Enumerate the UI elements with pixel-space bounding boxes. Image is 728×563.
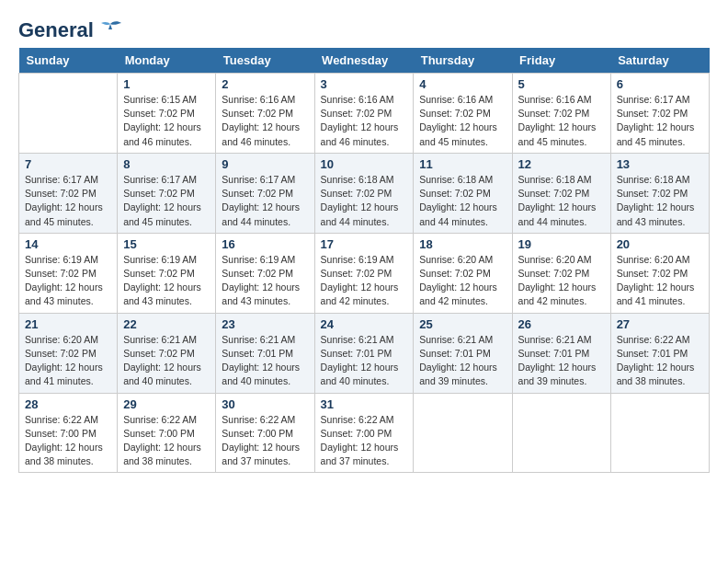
day-info: Sunrise: 6:19 AM Sunset: 7:02 PM Dayligh… [25,253,111,309]
calendar-cell: 9Sunrise: 6:17 AM Sunset: 7:02 PM Daylig… [216,153,314,233]
day-info: Sunrise: 6:22 AM Sunset: 7:00 PM Dayligh… [222,413,308,469]
day-number: 29 [123,397,210,411]
day-info: Sunrise: 6:16 AM Sunset: 7:02 PM Dayligh… [518,93,605,149]
day-number: 10 [321,157,408,171]
calendar-cell: 30Sunrise: 6:22 AM Sunset: 7:00 PM Dayli… [216,393,314,473]
day-number: 17 [321,237,408,251]
calendar-cell: 2Sunrise: 6:16 AM Sunset: 7:02 PM Daylig… [216,74,314,154]
day-number: 23 [222,317,308,331]
day-info: Sunrise: 6:16 AM Sunset: 7:02 PM Dayligh… [321,93,408,149]
day-number: 20 [617,237,703,251]
calendar-cell: 20Sunrise: 6:20 AM Sunset: 7:02 PM Dayli… [610,233,709,313]
calendar-cell [512,393,610,473]
week-row-2: 7Sunrise: 6:17 AM Sunset: 7:02 PM Daylig… [19,153,710,233]
weekday-header-saturday: Saturday [610,48,709,74]
calendar-cell: 19Sunrise: 6:20 AM Sunset: 7:02 PM Dayli… [512,233,610,313]
day-info: Sunrise: 6:18 AM Sunset: 7:02 PM Dayligh… [419,173,506,229]
logo-bird-icon [97,20,123,40]
calendar-cell: 25Sunrise: 6:21 AM Sunset: 7:01 PM Dayli… [414,313,512,393]
calendar-cell: 23Sunrise: 6:21 AM Sunset: 7:01 PM Dayli… [216,313,314,393]
day-info: Sunrise: 6:19 AM Sunset: 7:02 PM Dayligh… [321,253,408,309]
day-number: 5 [518,77,605,91]
calendar-cell: 22Sunrise: 6:21 AM Sunset: 7:02 PM Dayli… [118,313,216,393]
day-number: 4 [419,77,506,91]
calendar-cell: 11Sunrise: 6:18 AM Sunset: 7:02 PM Dayli… [414,153,512,233]
day-info: Sunrise: 6:21 AM Sunset: 7:01 PM Dayligh… [419,333,506,389]
day-info: Sunrise: 6:20 AM Sunset: 7:02 PM Dayligh… [25,333,111,389]
day-info: Sunrise: 6:22 AM Sunset: 7:01 PM Dayligh… [617,333,703,389]
calendar-cell: 15Sunrise: 6:19 AM Sunset: 7:02 PM Dayli… [118,233,216,313]
week-row-4: 21Sunrise: 6:20 AM Sunset: 7:02 PM Dayli… [19,313,710,393]
day-number: 12 [518,157,605,171]
weekday-header-wednesday: Wednesday [314,48,414,74]
day-number: 25 [419,317,506,331]
day-number: 9 [222,157,308,171]
day-number: 27 [617,317,703,331]
day-info: Sunrise: 6:18 AM Sunset: 7:02 PM Dayligh… [518,173,605,229]
weekday-header-monday: Monday [118,48,216,74]
day-info: Sunrise: 6:17 AM Sunset: 7:02 PM Dayligh… [617,93,703,149]
weekday-header-tuesday: Tuesday [216,48,314,74]
calendar-cell: 27Sunrise: 6:22 AM Sunset: 7:01 PM Dayli… [610,313,709,393]
week-row-3: 14Sunrise: 6:19 AM Sunset: 7:02 PM Dayli… [19,233,710,313]
weekday-header-row: SundayMondayTuesdayWednesdayThursdayFrid… [19,48,710,74]
calendar-cell [610,393,709,473]
day-info: Sunrise: 6:19 AM Sunset: 7:02 PM Dayligh… [222,253,308,309]
day-info: Sunrise: 6:22 AM Sunset: 7:00 PM Dayligh… [123,413,210,469]
day-info: Sunrise: 6:21 AM Sunset: 7:01 PM Dayligh… [518,333,605,389]
week-row-1: 1Sunrise: 6:15 AM Sunset: 7:02 PM Daylig… [19,74,710,154]
day-info: Sunrise: 6:16 AM Sunset: 7:02 PM Dayligh… [419,93,506,149]
day-info: Sunrise: 6:19 AM Sunset: 7:02 PM Dayligh… [123,253,210,309]
calendar-cell: 10Sunrise: 6:18 AM Sunset: 7:02 PM Dayli… [314,153,414,233]
page-header: General [18,18,710,39]
calendar-cell: 16Sunrise: 6:19 AM Sunset: 7:02 PM Dayli… [216,233,314,313]
calendar-cell: 1Sunrise: 6:15 AM Sunset: 7:02 PM Daylig… [118,74,216,154]
calendar-cell: 28Sunrise: 6:22 AM Sunset: 7:00 PM Dayli… [19,393,118,473]
day-number: 31 [321,397,408,411]
logo-text-general: General [18,18,94,42]
day-info: Sunrise: 6:17 AM Sunset: 7:02 PM Dayligh… [25,173,111,229]
day-info: Sunrise: 6:22 AM Sunset: 7:00 PM Dayligh… [321,413,408,469]
calendar-cell: 21Sunrise: 6:20 AM Sunset: 7:02 PM Dayli… [19,313,118,393]
calendar-cell: 14Sunrise: 6:19 AM Sunset: 7:02 PM Dayli… [19,233,118,313]
week-row-5: 28Sunrise: 6:22 AM Sunset: 7:00 PM Dayli… [19,393,710,473]
day-number: 16 [222,237,308,251]
day-number: 1 [123,77,210,91]
day-info: Sunrise: 6:15 AM Sunset: 7:02 PM Dayligh… [123,93,210,149]
calendar-cell: 5Sunrise: 6:16 AM Sunset: 7:02 PM Daylig… [512,74,610,154]
calendar-cell: 18Sunrise: 6:20 AM Sunset: 7:02 PM Dayli… [414,233,512,313]
day-info: Sunrise: 6:20 AM Sunset: 7:02 PM Dayligh… [617,253,703,309]
day-number: 3 [321,77,408,91]
day-number: 6 [617,77,703,91]
calendar-cell: 17Sunrise: 6:19 AM Sunset: 7:02 PM Dayli… [314,233,414,313]
calendar-cell: 6Sunrise: 6:17 AM Sunset: 7:02 PM Daylig… [610,74,709,154]
calendar-cell: 26Sunrise: 6:21 AM Sunset: 7:01 PM Dayli… [512,313,610,393]
calendar-cell: 4Sunrise: 6:16 AM Sunset: 7:02 PM Daylig… [414,74,512,154]
calendar-cell: 13Sunrise: 6:18 AM Sunset: 7:02 PM Dayli… [610,153,709,233]
day-info: Sunrise: 6:18 AM Sunset: 7:02 PM Dayligh… [321,173,408,229]
calendar-cell: 8Sunrise: 6:17 AM Sunset: 7:02 PM Daylig… [118,153,216,233]
day-info: Sunrise: 6:21 AM Sunset: 7:02 PM Dayligh… [123,333,210,389]
day-info: Sunrise: 6:20 AM Sunset: 7:02 PM Dayligh… [518,253,605,309]
day-number: 8 [123,157,210,171]
calendar-cell: 24Sunrise: 6:21 AM Sunset: 7:01 PM Dayli… [314,313,414,393]
day-info: Sunrise: 6:21 AM Sunset: 7:01 PM Dayligh… [321,333,408,389]
day-number: 2 [222,77,308,91]
day-number: 24 [321,317,408,331]
day-info: Sunrise: 6:20 AM Sunset: 7:02 PM Dayligh… [419,253,506,309]
day-number: 7 [25,157,111,171]
weekday-header-friday: Friday [512,48,610,74]
calendar-cell: 12Sunrise: 6:18 AM Sunset: 7:02 PM Dayli… [512,153,610,233]
day-number: 13 [617,157,703,171]
day-number: 11 [419,157,506,171]
calendar-cell [19,74,118,154]
day-number: 19 [518,237,605,251]
weekday-header-thursday: Thursday [414,48,512,74]
calendar-cell: 3Sunrise: 6:16 AM Sunset: 7:02 PM Daylig… [314,74,414,154]
day-info: Sunrise: 6:18 AM Sunset: 7:02 PM Dayligh… [617,173,703,229]
calendar-cell: 7Sunrise: 6:17 AM Sunset: 7:02 PM Daylig… [19,153,118,233]
day-info: Sunrise: 6:17 AM Sunset: 7:02 PM Dayligh… [123,173,210,229]
day-number: 30 [222,397,308,411]
calendar-table: SundayMondayTuesdayWednesdayThursdayFrid… [18,48,710,473]
day-info: Sunrise: 6:17 AM Sunset: 7:02 PM Dayligh… [222,173,308,229]
